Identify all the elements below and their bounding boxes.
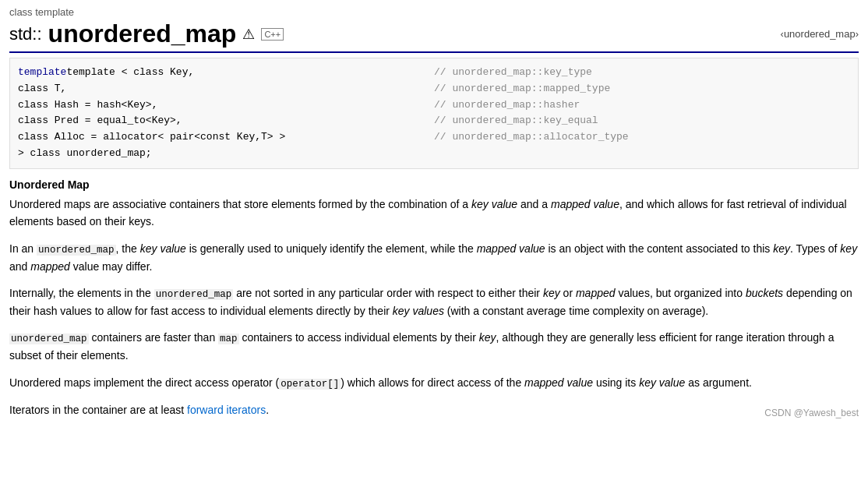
italic-key-value-3: key value (639, 376, 685, 389)
cpp-badge: C++ (261, 28, 284, 41)
class-label-text: class template (9, 6, 74, 18)
title-right: ‹unordered_map› (781, 28, 859, 40)
italic-key-values: key values (393, 305, 444, 317)
code-line6-right (434, 146, 850, 162)
forward-iterators-link[interactable]: forward iterators (187, 404, 266, 416)
code-line4-right: // unordered_map::key_equal (434, 113, 850, 129)
code-line3-left: class Hash = hash<Key>, (18, 97, 434, 114)
code-line5-left: class Alloc = allocator< pair<const Key,… (18, 129, 434, 146)
code-row-2: class T, // unordered_map::mapped_type (18, 81, 850, 97)
paragraph-2: In an unordered_map, the key value is ge… (9, 240, 859, 275)
italic-mapped-value: mapped value (551, 198, 619, 210)
italic-key-1: key (773, 242, 790, 255)
title-row: std::unordered_map ⚠ C++ ‹unordered_map› (9, 19, 859, 53)
inline-code-operator: operator[] (279, 379, 340, 390)
italic-key-value-2: key value (140, 242, 186, 255)
code-line1-left: template < class Key, (66, 66, 194, 78)
std-prefix: std:: (9, 24, 42, 44)
footer-row: Iterators in the container are at least … (9, 401, 859, 418)
italic-mapped-value-2: mapped value (477, 242, 545, 255)
code-line4-left: class Pred = equal_to<Key>, (18, 113, 434, 129)
paragraph-4: unordered_map containers are faster than… (9, 329, 859, 364)
title-left: std::unordered_map ⚠ C++ (9, 19, 284, 48)
italic-mapped-2: mapped (30, 260, 70, 273)
inline-code-unordered-map-1: unordered_map (37, 245, 116, 256)
code-line2-left: class T, (18, 81, 434, 97)
inline-code-map: map (218, 333, 239, 344)
paragraph-6: Iterators in the container are at least … (9, 401, 269, 418)
code-block: templatetemplate < class Key, // unorder… (9, 58, 859, 169)
code-row-4: class Pred = equal_to<Key>, // unordered… (18, 113, 850, 129)
italic-key-3: key (543, 287, 560, 299)
italic-mapped-3: mapped (576, 287, 616, 299)
watermark: CSDN @Yawesh_best (764, 408, 859, 418)
code-row-6: > class unordered_map; (18, 146, 850, 162)
paragraph-1: Unordered maps are associative container… (9, 196, 859, 231)
code-line2-right: // unordered_map::mapped_type (434, 81, 850, 97)
code-row-5: class Alloc = allocator< pair<const Key,… (18, 129, 850, 146)
inline-code-unordered-map-3: unordered_map (9, 333, 89, 344)
code-line1-right: // unordered_map::key_type (434, 65, 850, 81)
warning-icon: ⚠ (242, 26, 255, 43)
code-line5-right: // unordered_map::allocator_type (434, 129, 850, 146)
italic-mapped-value-3: mapped value (524, 376, 593, 389)
class-label: class template (9, 6, 859, 18)
code-line6-left: > class unordered_map; (18, 146, 434, 162)
italic-key-4: key (479, 331, 496, 344)
code-keyword-template: template (18, 66, 66, 78)
paragraph-3: Internally, the elements in the unordere… (9, 284, 859, 319)
inline-code-unordered-map-2: unordered_map (154, 289, 234, 300)
code-row-3: class Hash = hash<Key>, // unordered_map… (18, 97, 850, 114)
italic-key-value: key value (471, 198, 517, 210)
italic-key-2: key (840, 242, 857, 255)
code-row-1: templatetemplate < class Key, // unorder… (18, 65, 850, 81)
main-class-name: unordered_map (48, 19, 237, 48)
section-heading: Unordered Map (9, 178, 859, 191)
paragraph-5: Unordered maps implement the direct acce… (9, 374, 859, 392)
italic-buckets: buckets (746, 287, 783, 299)
code-line3-right: // unordered_map::hasher (434, 97, 850, 114)
